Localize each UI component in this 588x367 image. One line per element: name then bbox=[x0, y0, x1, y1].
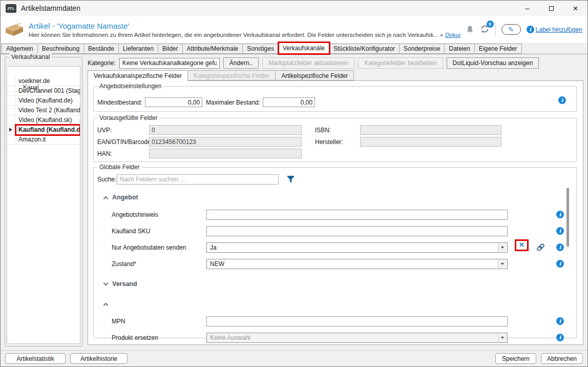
info-icon[interactable]: i bbox=[556, 334, 564, 341]
tab-bilder[interactable]: Bilder bbox=[158, 44, 183, 54]
field-search-input[interactable] bbox=[117, 174, 279, 185]
chevron-up-icon bbox=[103, 196, 109, 201]
clear-value-x-icon[interactable]: ✕ bbox=[519, 241, 524, 249]
artikelhistorie-button[interactable]: Artikelhistorie bbox=[70, 353, 128, 364]
mindestbestand-label: Mindestbestand: bbox=[97, 99, 142, 106]
isbn-label: ISBN: bbox=[315, 127, 360, 134]
verkaufskanal-groupbox: Verkaufskanal Kanal voelkner.de DevChann… bbox=[5, 57, 82, 346]
tab-bestaende[interactable]: Bestände bbox=[84, 44, 119, 54]
add-label-action[interactable]: i Label hinzufügen bbox=[527, 26, 582, 33]
mindestbestand-field[interactable] bbox=[145, 97, 202, 107]
vorausgefuellte-felder-title: Vorausgefüllte Felder bbox=[97, 114, 159, 121]
maximaler-bestand-label: Maximaler Bestand: bbox=[206, 99, 260, 106]
kanal-item-devchannel[interactable]: DevChannel 001 (Stag... bbox=[7, 86, 80, 96]
maximize-button[interactable] bbox=[539, 1, 563, 16]
subtitle-text: Hier können Sie Informationen zu Ihrem A… bbox=[29, 32, 443, 38]
info-icon[interactable]: i bbox=[556, 211, 564, 218]
fields-panel: Angebotseinstellungen Mindestbestand: Ma… bbox=[88, 80, 583, 345]
mpn-field[interactable] bbox=[206, 316, 508, 327]
tab-sonstiges[interactable]: Sonstiges bbox=[243, 44, 279, 54]
kanal-item-voelkner[interactable]: voelkner.de bbox=[7, 76, 80, 86]
aendern-button[interactable]: Ändern.. bbox=[223, 57, 259, 69]
section-unnamed[interactable] bbox=[104, 300, 576, 308]
uvp-field bbox=[149, 125, 302, 135]
kanal-item-label: DevChannel 001 (Stag... bbox=[15, 86, 80, 95]
kanal-item-video-test2[interactable]: Video Test 2 (Kaufland... bbox=[7, 106, 80, 115]
nur-angebotsdaten-select[interactable]: Ja bbox=[206, 242, 508, 253]
speichern-button[interactable]: Speichern bbox=[495, 353, 536, 364]
info-icon[interactable]: i bbox=[556, 317, 564, 325]
angebotseinstellungen-title: Angebotseinstellungen bbox=[97, 83, 163, 90]
content-area: Verkaufskanal Kanal voelkner.de DevChann… bbox=[1, 54, 587, 350]
row-gutter bbox=[7, 135, 15, 144]
tab-allgemein[interactable]: Allgemein bbox=[2, 44, 38, 54]
info-icon[interactable]: i bbox=[556, 260, 564, 268]
bell-icon[interactable] bbox=[466, 25, 474, 34]
han-row: HAN: bbox=[97, 149, 302, 158]
close-icon: ✕ bbox=[573, 5, 578, 12]
globale-felder-groupbox: Globale Felder Suche: Angebot bbox=[93, 167, 577, 338]
globale-felder-title: Globale Felder bbox=[97, 164, 142, 171]
section-versand[interactable]: Versand bbox=[104, 280, 576, 288]
tab-dateien[interactable]: Dateien bbox=[445, 44, 474, 54]
kanal-item-video-kaufland-sk[interactable]: Video (Kaufland.sk) bbox=[7, 115, 80, 125]
ean-field bbox=[149, 137, 302, 147]
vertical-scrollbar-thumb[interactable] bbox=[566, 188, 569, 247]
dotliquid-vorschau-button[interactable]: DotLiquid-Vorschau anzeigen bbox=[447, 57, 539, 69]
title-bar: JTL Artikelstammdaten – ✕ bbox=[1, 1, 587, 16]
kanal-item-kaufland-selected[interactable]: Kaufland (Kaufland.de) bbox=[7, 125, 80, 135]
chevron-down-icon bbox=[103, 281, 109, 286]
artikelstatistik-button[interactable]: Artikelstatistik bbox=[5, 353, 66, 364]
kaufland-sku-field[interactable] bbox=[206, 226, 508, 236]
angebotshinweis-field[interactable] bbox=[206, 210, 508, 220]
product-image bbox=[5, 23, 24, 37]
kanal-item-amazon-it[interactable]: Amazon.it bbox=[7, 135, 80, 145]
main-tabbar: Allgemein Beschreibung Bestände Lieferan… bbox=[1, 44, 587, 54]
page-title: Artikel - 'Yogamatte Namaste' bbox=[29, 22, 460, 31]
tab-lieferanten[interactable]: Lieferanten bbox=[119, 44, 158, 54]
zustand-label: Zustand* bbox=[112, 260, 206, 268]
field-row-zustand: Zustand* NEW i bbox=[94, 256, 576, 272]
han-label: HAN: bbox=[97, 150, 149, 157]
kanal-item-video-kaufland-de[interactable]: Video (Kaufland.de) bbox=[7, 96, 80, 106]
info-icon: i bbox=[527, 26, 534, 33]
produkt-ersetzen-label: Produkt ersetzen bbox=[112, 334, 206, 341]
tab-verkaufskanaele[interactable]: Verkaufskanäle bbox=[279, 43, 329, 54]
label-hinzufuegen-link[interactable]: Label hinzufügen bbox=[536, 26, 582, 33]
nur-angebotsdaten-value: Ja bbox=[210, 244, 217, 251]
tab-stueckliste-konfigurator[interactable]: Stückliste/Konfigurator bbox=[329, 44, 400, 54]
tab-sonderpreise[interactable]: Sonderpreise bbox=[400, 44, 445, 54]
link-chain-icon[interactable] bbox=[536, 243, 545, 252]
close-button[interactable]: ✕ bbox=[563, 1, 587, 16]
subtab-verkaufskanalspezifische-felder[interactable]: Verkaufskanalspezifische Felder bbox=[88, 70, 188, 81]
row-gutter bbox=[7, 96, 15, 105]
pencil-icon: ✎ bbox=[508, 26, 514, 33]
filter-icon[interactable] bbox=[286, 175, 295, 184]
hersteller-field bbox=[360, 137, 501, 147]
row-gutter bbox=[7, 125, 15, 134]
dokumentation-link[interactable]: Dokumentation bbox=[445, 32, 460, 38]
angebot-field-rows: Angebotshinweis i Kaufland SKU i Nur Ang… bbox=[94, 207, 576, 272]
info-icon[interactable]: i bbox=[558, 96, 566, 104]
kanal-item-label: Video (Kaufland.de) bbox=[15, 96, 80, 105]
zustand-select[interactable]: NEW bbox=[206, 259, 508, 269]
edit-label-button[interactable]: ✎ bbox=[501, 24, 521, 35]
selected-row-arrow-icon bbox=[9, 128, 12, 132]
info-icon[interactable]: i bbox=[556, 227, 564, 235]
tab-beschreibung[interactable]: Beschreibung bbox=[38, 44, 84, 54]
tab-attribute-merkmale[interactable]: Attribute/Merkmale bbox=[183, 44, 243, 54]
maximaler-bestand-field[interactable] bbox=[263, 97, 315, 107]
subtab-artikelspezifische-felder[interactable]: Artikelspezifische Felder bbox=[276, 70, 354, 80]
bestand-row: Mindestbestand: Maximaler Bestand: bbox=[97, 97, 315, 107]
produkt-ersetzen-select: Keine Auswahl bbox=[206, 333, 508, 343]
kategorie-value-field[interactable] bbox=[119, 58, 220, 69]
ean-label: EAN/GTIN/Barcode: bbox=[97, 138, 149, 146]
sync-button[interactable]: 0 bbox=[480, 24, 490, 35]
section-angebot[interactable]: Angebot bbox=[104, 193, 576, 201]
tab-eigene-felder[interactable]: Eigene Felder bbox=[475, 44, 522, 54]
angebotseinstellungen-groupbox: Angebotseinstellungen Mindestbestand: Ma… bbox=[93, 86, 577, 112]
minimize-button[interactable]: – bbox=[515, 1, 539, 16]
abbrechen-button[interactable]: Abbrechen bbox=[541, 353, 583, 364]
window-title: Artikelstammdaten bbox=[21, 4, 80, 12]
info-icon[interactable]: i bbox=[556, 243, 564, 251]
